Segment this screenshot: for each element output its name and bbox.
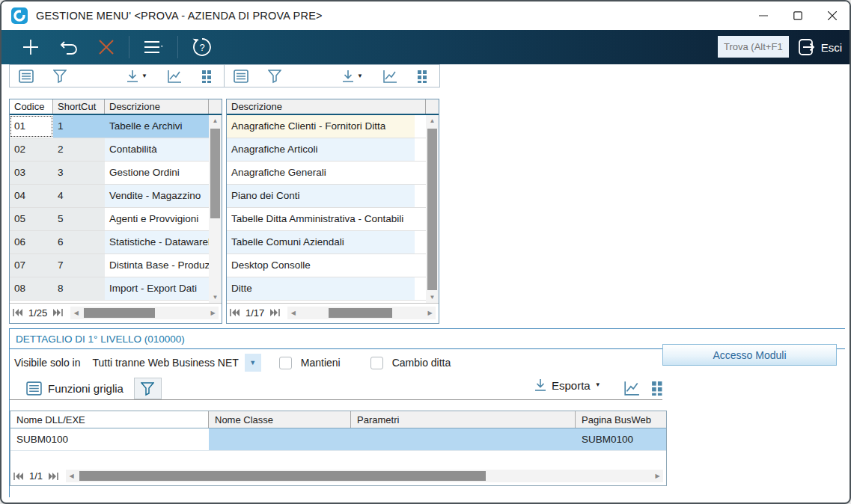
cell-dll[interactable]: SUBM0100: [10, 428, 209, 450]
cell-descrizione[interactable]: Anagrafiche Clienti - Fornitori Ditta: [227, 115, 415, 138]
layout-button[interactable]: [417, 70, 430, 83]
scroll-right-button[interactable]: ▶: [652, 470, 663, 482]
search-input[interactable]: [718, 36, 789, 58]
first-page-button[interactable]: [13, 309, 23, 316]
layout-button[interactable]: [201, 70, 215, 83]
cell-busweb[interactable]: SUBM0100: [576, 428, 666, 450]
cell-shortcut[interactable]: 1: [53, 115, 105, 138]
cell-codice[interactable]: 02: [10, 138, 53, 161]
table-row[interactable]: Tabelle Ditta Amministrativa - Contabili: [227, 208, 439, 231]
column-header-descrizione[interactable]: Descrizione: [227, 99, 426, 114]
last-page-button[interactable]: [269, 309, 280, 316]
esporta-button[interactable]: Esporta ▼: [534, 378, 601, 392]
last-page-button[interactable]: [52, 309, 63, 316]
scroll-right-button[interactable]: ▶: [424, 307, 436, 319]
scrollbar-thumb[interactable]: [427, 129, 437, 290]
filter-button[interactable]: [268, 69, 281, 84]
cell-codice[interactable]: 03: [10, 162, 53, 184]
cell-descrizione[interactable]: Import - Export Dati: [105, 277, 210, 300]
cell-descrizione[interactable]: Tabelle Ditta Amministrativa - Contabili: [227, 208, 415, 230]
table-row[interactable]: 03 3 Gestione Ordini: [10, 162, 222, 185]
horizontal-scrollbar[interactable]: ◀ ▶: [287, 307, 436, 319]
table-row[interactable]: 07 7 Distinta Base - Produzic: [10, 254, 222, 277]
cell-descrizione[interactable]: Anagrafiche Articoli: [227, 138, 415, 161]
cell-descrizione[interactable]: Piano dei Conti: [227, 185, 415, 207]
cell-shortcut[interactable]: 7: [53, 254, 105, 277]
cell-codice[interactable]: 06: [10, 231, 53, 253]
scroll-up-button[interactable]: ▲: [426, 115, 439, 126]
table-row[interactable]: 04 4 Vendite - Magazzino: [10, 185, 222, 208]
scroll-left-button[interactable]: ◀: [70, 307, 82, 319]
cell-descrizione[interactable]: Vendite - Magazzino: [105, 185, 210, 207]
table-row[interactable]: Anagrafiche Generali: [227, 162, 439, 185]
column-header-parametri[interactable]: Parametri: [351, 411, 576, 428]
cell-descrizione[interactable]: Desktop Consolle: [227, 254, 415, 277]
column-header-descrizione[interactable]: Descrizione: [105, 99, 209, 114]
chart-button[interactable]: [623, 381, 640, 396]
column-header-classe[interactable]: Nome Classe: [209, 411, 351, 428]
cell-descrizione[interactable]: Agenti e Provvigioni: [105, 208, 210, 230]
menu-button[interactable]: [134, 34, 173, 61]
cell-descrizione[interactable]: Distinta Base - Produzic: [105, 254, 210, 277]
table-row[interactable]: SUBM0100 SUBM0100: [10, 428, 666, 451]
cambio-ditta-checkbox[interactable]: [370, 357, 383, 369]
cell-shortcut[interactable]: 3: [53, 162, 105, 184]
table-row[interactable]: Desktop Consolle: [227, 254, 439, 277]
table-row[interactable]: Tabelle Comuni Aziendali: [227, 231, 439, 254]
last-page-button[interactable]: [48, 473, 58, 480]
cell-codice[interactable]: 07: [10, 254, 53, 277]
cell-classe[interactable]: [209, 428, 351, 450]
filter-button[interactable]: [134, 378, 162, 399]
grid-functions-button[interactable]: [234, 69, 248, 84]
visibility-dropdown[interactable]: Tutti tranne Web Business NET ▼: [91, 354, 260, 372]
maximize-button[interactable]: [781, 1, 815, 30]
cell-descrizione[interactable]: Ditte: [227, 277, 415, 300]
cell-descrizione[interactable]: Tabelle Comuni Aziendali: [227, 231, 415, 253]
column-header-dll[interactable]: Nome DLL/EXE: [10, 411, 209, 428]
table-row[interactable]: Ditte: [227, 277, 439, 301]
cell-shortcut[interactable]: 4: [53, 185, 105, 207]
horizontal-scrollbar[interactable]: ◀ ▶: [66, 470, 663, 482]
minimize-button[interactable]: [746, 1, 781, 30]
cell-descrizione[interactable]: Tabelle e Archivi: [105, 115, 210, 138]
table-row[interactable]: 06 6 Statistiche - Datawareh: [10, 231, 222, 254]
table-row[interactable]: Anagrafiche Clienti - Fornitori Ditta: [227, 115, 439, 138]
scrollbar-thumb[interactable]: [329, 308, 392, 318]
scroll-right-button[interactable]: ▶: [207, 307, 219, 319]
filter-button[interactable]: [53, 69, 67, 84]
column-header-codice[interactable]: Codice: [10, 99, 53, 114]
mantieni-checkbox[interactable]: [279, 357, 292, 369]
cell-codice[interactable]: 01: [10, 115, 53, 138]
table-row[interactable]: Piano dei Conti: [227, 185, 439, 208]
column-header-shortcut[interactable]: ShortCut: [53, 99, 105, 114]
grid-functions-button[interactable]: [19, 69, 34, 84]
scroll-up-button[interactable]: ▲: [209, 115, 222, 126]
close-button[interactable]: [815, 1, 850, 30]
cell-shortcut[interactable]: 8: [53, 277, 105, 300]
table-row[interactable]: Anagrafiche Articoli: [227, 138, 439, 162]
grid-functions-button[interactable]: [26, 381, 42, 396]
help-button[interactable]: ?: [183, 34, 222, 61]
layout-button[interactable]: [651, 381, 666, 396]
table-row[interactable]: 02 2 Contabilità: [10, 138, 222, 162]
vertical-scrollbar[interactable]: ▲ ▼: [426, 115, 439, 303]
scroll-left-button[interactable]: ◀: [66, 470, 77, 482]
cell-codice[interactable]: 08: [10, 277, 53, 300]
cell-shortcut[interactable]: 6: [53, 231, 105, 253]
scroll-down-button[interactable]: ▼: [426, 292, 439, 303]
vertical-scrollbar[interactable]: ▲ ▼: [209, 115, 222, 303]
export-button[interactable]: ▼: [126, 70, 147, 83]
column-header-busweb[interactable]: Pagina BusWeb: [576, 411, 666, 428]
chart-button[interactable]: [167, 70, 182, 83]
first-page-button[interactable]: [13, 473, 24, 480]
cell-codice[interactable]: 05: [10, 208, 53, 230]
cell-shortcut[interactable]: 5: [53, 208, 105, 230]
horizontal-scrollbar[interactable]: ◀ ▶: [70, 307, 219, 319]
scroll-left-button[interactable]: ◀: [287, 307, 299, 319]
export-button[interactable]: ▼: [341, 70, 363, 83]
cell-descrizione[interactable]: Anagrafiche Generali: [227, 162, 415, 184]
cell-shortcut[interactable]: 2: [53, 138, 105, 161]
first-page-button[interactable]: [230, 309, 240, 316]
scrollbar-thumb[interactable]: [79, 471, 486, 481]
cell-descrizione[interactable]: Gestione Ordini: [105, 162, 210, 184]
